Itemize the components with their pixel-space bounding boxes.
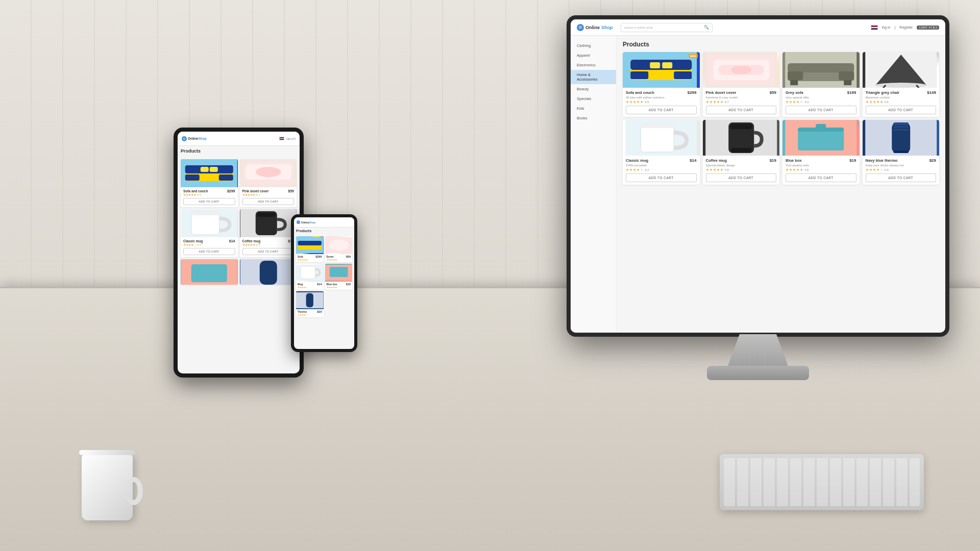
search-placeholder: search in online shop <box>624 26 653 29</box>
add-to-cart-duvet[interactable]: ADD TO CART <box>706 106 777 114</box>
product-info-thermo: Navy blue thermo $29 Keep your drinks al… <box>863 156 940 185</box>
rating-count-coffee-mug: 4.8 <box>725 168 729 171</box>
phone-stars-duvet: ★★★★★ <box>327 258 351 261</box>
add-to-cart-thermo[interactable]: ADD TO CART <box>866 173 937 182</box>
star1: ★ <box>626 168 629 172</box>
svg-rect-54 <box>191 212 219 215</box>
monitor-screen: O OnlineShop search in online shop 🔍 log… <box>571 19 945 333</box>
cart-badge[interactable]: CART: 47 $ 2 <box>917 26 939 30</box>
phone-stars-thermo-phone: ★★★★☆ <box>298 313 322 316</box>
svg-rect-68 <box>301 266 315 279</box>
stars-thermo: ★ ★ ★ ★ ★ 3.9 <box>866 168 937 172</box>
rating-count-thermo: 3.9 <box>885 168 889 171</box>
section-title: Products <box>623 41 939 48</box>
star4: ★ <box>636 100 640 104</box>
tablet-name-price-duvet: Pink duvet cover $59 <box>242 189 295 193</box>
phone-section-title: Products <box>294 228 354 234</box>
svg-point-51 <box>255 167 281 177</box>
product-card-mug: Classic mug $14 100% porcelain ★ ★ ★ ★ ★ <box>623 120 700 185</box>
product-image-mug <box>623 120 700 156</box>
star3: ★ <box>873 168 876 172</box>
product-image-blue-box <box>782 120 860 156</box>
tablet-img-duvet <box>240 159 297 187</box>
add-to-cart-grey-sofa[interactable]: ADD TO CART <box>786 106 856 114</box>
phone-product-thermo-phone: Thermo $29 ★★★★☆ <box>296 291 324 317</box>
tablet: O OnlineShop cart of 2 Products <box>174 128 304 378</box>
sidebar-item-beauty[interactable]: Beauty <box>571 84 616 94</box>
tablet-add-to-cart-sofa[interactable]: ADD TO CART <box>183 198 235 205</box>
tablet-name-sofa: Sofa and couch <box>183 189 208 193</box>
svg-rect-3 <box>630 71 648 79</box>
product-price-blue-box: $19 <box>849 158 856 163</box>
tablet-add-to-cart-mug[interactable]: ADD TO CART <box>183 248 235 255</box>
svg-rect-46 <box>201 167 209 172</box>
product-image-wrap-chair <box>863 52 940 88</box>
add-to-cart-mug[interactable]: ADD TO CART <box>626 173 697 182</box>
add-to-cart-coffee-mug[interactable]: ADD TO CART <box>706 173 777 182</box>
sidebar-item-clothing[interactable]: Clothing <box>571 41 616 51</box>
svg-rect-17 <box>790 80 798 85</box>
star2: ★ <box>709 168 713 172</box>
star5: ★ <box>880 100 883 104</box>
product-name-thermo: Navy blue thermo <box>866 158 898 163</box>
tablet-name-duvet: Pink duvet cover <box>242 189 269 193</box>
tablet-section-header: Products <box>178 146 300 156</box>
phone-product-duvet: Duvet $59 ★★★★★ <box>325 236 353 262</box>
tablet-product-info-coffee-mug: Coffee mug $19 ★★★★★ 4.8 ADD TO CART <box>240 237 297 257</box>
svg-rect-57 <box>257 213 275 217</box>
tablet-product-coffee-mug: Coffee mug $19 ★★★★★ 4.8 ADD TO CART <box>240 209 297 257</box>
sidebar-item-electronics[interactable]: Electronics <box>571 60 616 70</box>
product-name-price-duvet: Pink duvet cover $59 <box>706 90 777 95</box>
product-price-thermo: $29 <box>929 158 936 163</box>
tablet-add-to-cart-duvet[interactable]: ADD TO CART <box>242 198 295 205</box>
star3: ★ <box>633 168 636 172</box>
tablet-stars-mug: ★★★★☆ 4.2 <box>183 243 235 246</box>
tablet-add-to-cart-coffee-mug[interactable]: ADD TO CART <box>242 248 295 255</box>
tablet-product-info-mug: Classic mug $14 ★★★★☆ 4.2 ADD TO CART <box>181 237 238 257</box>
tablet-header-right: cart of 2 <box>279 137 296 140</box>
add-to-cart-sofa[interactable]: ADD TO CART <box>626 106 697 114</box>
product-image-wrap-sofa: NEW <box>623 52 700 88</box>
star3: ★ <box>793 100 796 104</box>
product-name-chair: Triangle grey chair <box>866 90 900 95</box>
star3: ★ <box>633 100 636 104</box>
svg-rect-29 <box>730 124 752 129</box>
rating-count-blue-box: 4.6 <box>804 168 808 171</box>
product-name-price-coffee-mug: Coffee mug $19 <box>706 158 777 163</box>
header-right: log in | Register CART: 47 $ 2 <box>871 25 939 30</box>
add-to-cart-chair[interactable]: ADD TO CART <box>866 106 937 114</box>
svg-point-11 <box>731 66 751 74</box>
sidebar-item-specials[interactable]: Specials <box>571 94 616 104</box>
phone-stars-mug-phone: ★★★★☆ <box>298 286 322 289</box>
sign-in-link[interactable]: log in <box>882 26 891 29</box>
product-image-wrap-mug <box>623 120 700 156</box>
product-name-duvet: Pink duvet cover <box>706 90 737 95</box>
phone-product-info-duvet: Duvet $59 ★★★★★ <box>325 254 353 262</box>
search-bar[interactable]: search in online shop 🔍 <box>621 23 713 32</box>
product-name-coffee-mug: Coffee mug <box>706 158 727 163</box>
star1: ★ <box>866 168 869 172</box>
star4: ★ <box>717 168 720 172</box>
register-link[interactable]: Register <box>899 26 913 29</box>
phone-img-duvet <box>325 236 353 254</box>
shop-layout: Clothing Apparel Electronics Home & Acce… <box>571 36 945 333</box>
star2: ★ <box>789 168 792 172</box>
tablet-header: O OnlineShop cart of 2 <box>178 132 300 146</box>
sidebar-item-books[interactable]: Books <box>571 113 616 123</box>
sidebar-item-apparel[interactable]: Apparel <box>571 51 616 60</box>
sidebar-item-home[interactable]: Home & Accessories <box>571 70 616 84</box>
phone-stars-blue-box-phone: ★★★★★ <box>327 286 351 289</box>
monitor-screen-wrapper: O OnlineShop search in online shop 🔍 log… <box>567 15 949 337</box>
product-name-sofa: Sofa and couch <box>626 90 654 95</box>
search-icon[interactable]: 🔍 <box>704 25 709 30</box>
sidebar: Clothing Apparel Electronics Home & Acce… <box>571 36 617 333</box>
stars-duvet: ★ ★ ★ ★ ★ 4.7 <box>706 100 777 104</box>
sidebar-item-kids[interactable]: Kids <box>571 104 616 113</box>
add-to-cart-blue-box[interactable]: ADD TO CART <box>786 173 856 182</box>
phone-product-info-sofa: Sofa $299 ★★★★★ <box>296 254 324 262</box>
tablet-price-mug: $14 <box>229 239 235 243</box>
phone-price-sofa: $299 <box>315 255 322 258</box>
tablet-name-price-sofa: Sofa and couch $299 <box>183 189 235 193</box>
svg-rect-14 <box>788 63 854 72</box>
stars-coffee-mug: ★ ★ ★ ★ ★ 4.8 <box>706 168 777 172</box>
